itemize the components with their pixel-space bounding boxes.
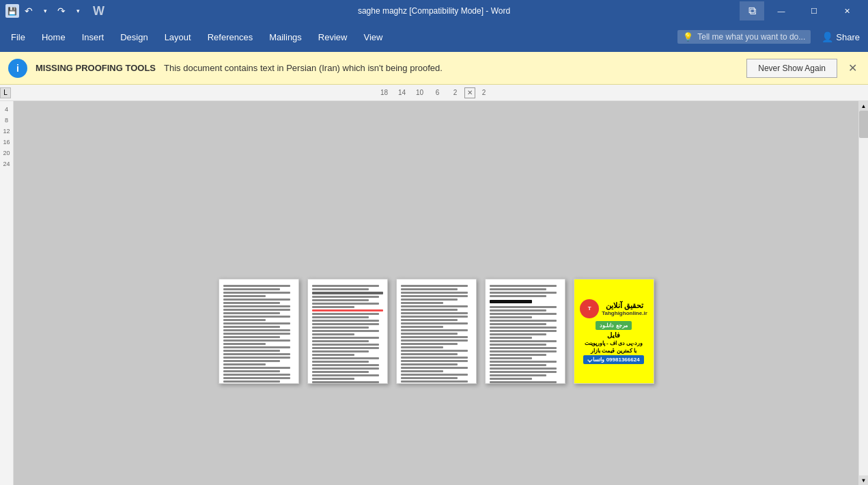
ruler-num-6: 6 — [429, 89, 447, 96]
word-logo: W — [93, 4, 104, 18]
title-bar-left: 💾 ↶ ▾ ↷ ▾ W — [5, 4, 104, 18]
never-show-again-button[interactable]: Never Show Again — [746, 59, 837, 78]
page-2-content — [308, 279, 387, 384]
v-ruler-12: 12 — [3, 126, 10, 137]
page-1-content — [219, 279, 298, 384]
share-label: Share — [836, 32, 860, 42]
ruler-num-2b: 2 — [475, 89, 493, 96]
tell-me-search[interactable]: 💡 Tell me what you want to do... — [677, 30, 811, 44]
page-1[interactable] — [219, 279, 299, 384]
close-button[interactable]: ✕ — [831, 0, 863, 22]
save-icon[interactable]: 💾 — [5, 4, 19, 18]
ruler-num-10: 10 — [411, 89, 429, 96]
page-4-content — [486, 279, 565, 384]
ruler-num-2: 2 — [447, 89, 464, 96]
quick-access-dropdown-icon[interactable]: ▾ — [71, 4, 85, 18]
share-icon: 👤 — [822, 31, 833, 42]
ad-phone: 09981366624 واتساپ — [583, 355, 643, 364]
ad-title: تحقیق آنلاین — [602, 301, 647, 310]
document-area: T تحقیق آنلاین Tahghighonline.ir مرجع دا… — [14, 101, 858, 485]
tab-review[interactable]: Review — [310, 22, 356, 52]
tab-insert[interactable]: Insert — [74, 22, 113, 52]
maximize-button[interactable]: ☐ — [798, 0, 830, 22]
ruler-num-14: 14 — [393, 89, 411, 96]
main-area: 4 8 12 16 20 24 — [0, 101, 868, 485]
notification-bar: i MISSING PROOFING TOOLS This document c… — [0, 52, 868, 85]
v-ruler-20: 20 — [3, 148, 10, 158]
ruler-numbers: 18 14 10 6 2 ✕ 2 — [376, 87, 493, 98]
pages-row: T تحقیق آنلاین Tahghighonline.ir مرجع دا… — [219, 279, 654, 384]
ad-logo: T — [580, 299, 599, 318]
page-5-ad: T تحقیق آنلاین Tahghighonline.ir مرجع دا… — [574, 279, 654, 383]
ad-site: Tahghighonline.ir — [602, 310, 647, 316]
scroll-down-button[interactable]: ▼ — [859, 475, 869, 485]
horizontal-ruler: L 18 14 10 6 2 ✕ 2 — [0, 85, 868, 101]
minimize-button[interactable]: — — [766, 0, 797, 22]
notification-close-button[interactable]: ✕ — [845, 59, 860, 77]
page-2[interactable] — [307, 279, 388, 384]
page-3[interactable] — [396, 279, 477, 384]
title-bar-controls: ⧉ — ☐ ✕ — [740, 0, 863, 22]
tab-layout[interactable]: Layout — [156, 22, 199, 52]
v-ruler-16: 16 — [3, 137, 10, 148]
vertical-scrollbar[interactable]: ▲ ▼ — [858, 101, 868, 485]
vertical-ruler: 4 8 12 16 20 24 — [0, 101, 14, 485]
redo-icon[interactable]: ↷ — [55, 4, 68, 18]
ribbon: File Home Insert Design Layout Reference… — [0, 22, 868, 52]
tab-design[interactable]: Design — [112, 22, 156, 52]
undo-dropdown-icon[interactable]: ▾ — [38, 4, 52, 18]
v-ruler-numbers: 4 8 12 16 20 24 — [3, 104, 10, 169]
tab-home[interactable]: Home — [33, 22, 74, 52]
share-button[interactable]: 👤 Share — [816, 29, 865, 45]
restore-down-icon[interactable]: ⧉ — [740, 1, 764, 20]
scroll-thumb[interactable] — [859, 111, 869, 138]
notification-info-icon: i — [8, 59, 27, 78]
ruler-num-18: 18 — [376, 89, 393, 96]
v-ruler-8: 8 — [5, 115, 8, 126]
tab-mailings[interactable]: Mailings — [261, 22, 310, 52]
ad-line4: با کمترین قیمت بازار — [591, 348, 636, 354]
tab-view[interactable]: View — [355, 22, 391, 52]
tab-references[interactable]: References — [199, 22, 261, 52]
ruler-marker: ✕ — [464, 87, 475, 98]
tab-stop-indicator[interactable]: L — [0, 87, 11, 98]
ad-line2: فایل — [607, 331, 620, 339]
ad-line3: ورد-پی دی اف - پاورپوینت — [585, 340, 643, 346]
scroll-up-button[interactable]: ▲ — [859, 101, 869, 111]
v-ruler-24: 24 — [3, 158, 10, 169]
undo-icon[interactable]: ↶ — [22, 4, 36, 18]
notification-title: MISSING PROOFING TOOLS — [36, 63, 156, 73]
window-title: saghe maghz [Compatibility Mode] - Word — [358, 6, 510, 16]
ad-line1: مرجع دانلـود — [596, 321, 631, 330]
page-3-content — [397, 279, 476, 384]
search-placeholder-text: Tell me what you want to do... — [697, 32, 805, 42]
notification-message: This document contains text in Persian (… — [164, 63, 738, 73]
page-5[interactable]: T تحقیق آنلاین Tahghighonline.ir مرجع دا… — [574, 279, 654, 384]
page-4[interactable] — [485, 279, 565, 384]
search-lightbulb-icon: 💡 — [683, 32, 693, 42]
v-ruler-4: 4 — [5, 104, 8, 115]
scroll-track[interactable] — [859, 111, 869, 475]
title-bar: 💾 ↶ ▾ ↷ ▾ W saghe maghz [Compatibility M… — [0, 0, 868, 22]
tab-file[interactable]: File — [3, 22, 33, 52]
